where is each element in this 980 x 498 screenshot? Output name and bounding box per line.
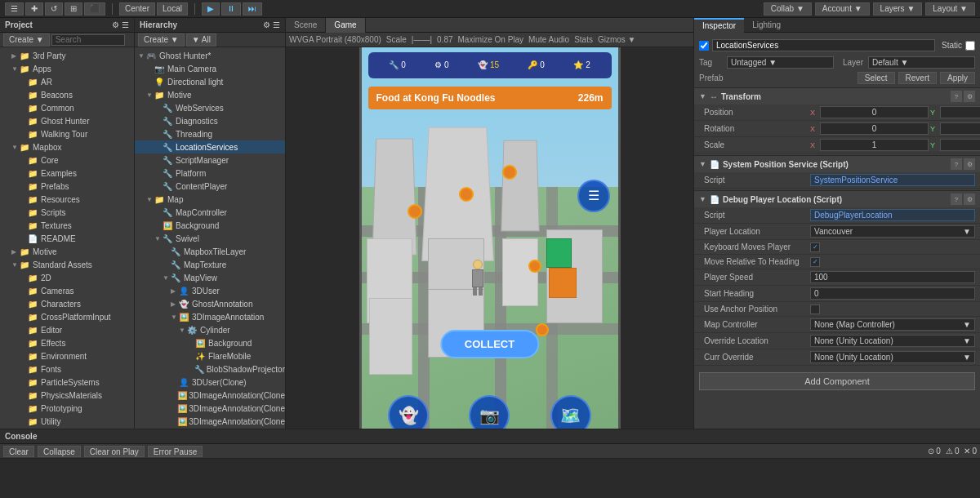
hierarchy-tree-item[interactable]: 🖼️Background bbox=[135, 219, 285, 232]
hierarchy-tree-item[interactable]: ▼📁Map bbox=[135, 193, 285, 206]
project-tree-item[interactable]: 📁Beacons bbox=[0, 88, 134, 101]
scale-x-input[interactable] bbox=[820, 139, 929, 151]
collab-btn[interactable]: Collab ▼ bbox=[764, 2, 812, 16]
hierarchy-tree-item[interactable]: ✨FlareMobile bbox=[135, 349, 285, 362]
project-tree-item[interactable]: 📁PhysicsMaterials bbox=[0, 389, 134, 402]
hierarchy-tree-item[interactable]: 🔧Diagnostics bbox=[135, 114, 285, 127]
map-ctrl-dropdown[interactable]: None (Map Controller) ▼ bbox=[810, 318, 975, 331]
project-tree-item[interactable]: 📁Scripts bbox=[0, 206, 134, 219]
static-checkbox[interactable] bbox=[965, 41, 975, 51]
apply-btn[interactable]: Apply bbox=[940, 72, 975, 84]
scale-y-input[interactable] bbox=[940, 139, 980, 151]
rot-x-input[interactable] bbox=[820, 122, 929, 135]
project-tree-item[interactable]: 📁Effects bbox=[0, 336, 134, 349]
debug-help[interactable]: ? bbox=[951, 193, 962, 205]
play-btn[interactable]: ▶ bbox=[202, 2, 220, 16]
project-tree-item[interactable]: 📁CrossPlatformInput bbox=[0, 310, 134, 323]
stats-btn[interactable]: Stats bbox=[574, 35, 593, 44]
project-tree-item[interactable]: 📁Editor bbox=[0, 323, 134, 336]
local-btn[interactable]: Local bbox=[157, 2, 188, 16]
hierarchy-tree-item[interactable]: ▼⚙️Cylinder bbox=[135, 323, 285, 336]
select-btn[interactable]: Select bbox=[858, 72, 895, 84]
lighting-tab[interactable]: Lighting bbox=[744, 18, 789, 33]
transform-settings-btn[interactable]: ⚙ bbox=[964, 91, 975, 102]
project-tree-item[interactable]: 📁Utility bbox=[0, 415, 134, 428]
hierarchy-tree-item[interactable]: 🔧ScriptManager bbox=[135, 153, 285, 167]
curr-override-dropdown[interactable]: None (Unity Location) ▼ bbox=[810, 351, 975, 363]
debug-settings[interactable]: ⚙ bbox=[964, 193, 975, 205]
start-heading-input[interactable] bbox=[810, 287, 975, 300]
project-create-btn[interactable]: Create ▼ bbox=[3, 33, 50, 47]
heading-checkbox[interactable]: ✓ bbox=[810, 257, 820, 267]
hierarchy-tree-item[interactable]: ▼🔧Swivel bbox=[135, 232, 285, 245]
hierarchy-tree-item[interactable]: 🔧Platform bbox=[135, 167, 285, 180]
pause-btn[interactable]: ⏸ bbox=[221, 2, 241, 16]
layout-btn[interactable]: Layout ▼ bbox=[925, 2, 975, 16]
project-tree-item[interactable]: 📁Characters bbox=[0, 297, 134, 310]
keyboard-checkbox[interactable]: ✓ bbox=[810, 242, 820, 252]
hierarchy-tree-item[interactable]: 💡Directional light bbox=[135, 75, 285, 88]
collapse-btn[interactable]: Collapse bbox=[38, 446, 81, 457]
hierarchy-tree-item[interactable]: 🔧MapboxTileLayer bbox=[135, 245, 285, 258]
revert-btn[interactable]: Revert bbox=[898, 72, 937, 84]
sys-pos-help[interactable]: ? bbox=[951, 158, 962, 170]
project-tree-item[interactable]: ▼📁Standard Assets bbox=[0, 258, 134, 271]
hierarchy-tree-item[interactable]: 🔧WebServices bbox=[135, 101, 285, 114]
project-tree-item[interactable]: 📁Textures bbox=[0, 219, 134, 232]
project-tree-item[interactable]: 📁AR bbox=[0, 75, 134, 88]
project-tree-item[interactable]: 📁ParticleSystems bbox=[0, 376, 134, 389]
hierarchy-tree-item[interactable]: ▼📁Motive bbox=[135, 88, 285, 101]
hierarchy-tree-item[interactable]: 🖼️3DImageAnnotation(Clone bbox=[135, 402, 285, 415]
grid-btn[interactable]: ⊞ bbox=[65, 2, 82, 16]
tag-dropdown[interactable]: Untagged ▼ bbox=[727, 56, 834, 69]
hierarchy-tree-item[interactable]: 🔧BlobShadowProjector bbox=[135, 362, 285, 376]
hierarchy-tree-item[interactable]: 🖼️3DImageAnnotation(Clone bbox=[135, 415, 285, 428]
sys-pos-header[interactable]: ▼ 📄 System Position Service (Script) ? ⚙ bbox=[694, 156, 980, 172]
project-tree-item[interactable]: ▶📁3rd Party bbox=[0, 49, 134, 62]
game-tab[interactable]: Game bbox=[326, 18, 365, 33]
hierarchy-tree-item[interactable]: 📷Main Camera bbox=[135, 62, 285, 75]
scene-tab[interactable]: Scene bbox=[286, 18, 326, 33]
project-tree-item[interactable]: ▶📁Motive bbox=[0, 245, 134, 258]
override-dropdown[interactable]: None (Unity Location) ▼ bbox=[810, 335, 975, 347]
project-tree-item[interactable]: 📁Prototyping bbox=[0, 402, 134, 415]
hierarchy-tree-item[interactable]: ▼🎮Ghost Hunter* bbox=[135, 49, 285, 62]
player-location-dropdown[interactable]: Vancouver ▼ bbox=[810, 225, 975, 238]
sys-pos-settings[interactable]: ⚙ bbox=[964, 158, 975, 170]
project-tree-item[interactable]: 📁Core bbox=[0, 153, 134, 167]
add-component-btn[interactable]: Add Component bbox=[699, 372, 975, 390]
project-tree-item[interactable]: 📄README bbox=[0, 232, 134, 245]
hierarchy-tree-item[interactable]: ▶👤3DUser bbox=[135, 284, 285, 297]
pos-y-input[interactable] bbox=[940, 106, 980, 118]
hierarchy-tree-item[interactable]: 🖼️Background bbox=[135, 336, 285, 349]
hierarchy-tree-item[interactable]: 🖼️3DImageAnnotation(Clone bbox=[135, 389, 285, 402]
hierarchy-tree-item[interactable]: 🔧MapTexture bbox=[135, 258, 285, 271]
pos-x-input[interactable] bbox=[820, 106, 929, 118]
inspector-tab[interactable]: Inspector bbox=[694, 18, 744, 33]
project-tree-item[interactable]: 📁Cameras bbox=[0, 284, 134, 297]
hierarchy-create-btn[interactable]: Create ▼ bbox=[138, 33, 185, 47]
project-tree-item[interactable]: 📁Fonts bbox=[0, 362, 134, 376]
rot-y-input[interactable] bbox=[940, 122, 980, 135]
anchor-checkbox[interactable] bbox=[810, 305, 820, 314]
clear-on-play-btn[interactable]: Clear on Play bbox=[84, 446, 145, 457]
account-btn[interactable]: Account ▼ bbox=[815, 2, 870, 16]
add-btn[interactable]: ✚ bbox=[25, 2, 43, 16]
project-tree-item[interactable]: 📁2D bbox=[0, 271, 134, 284]
error-pause-btn[interactable]: Error Pause bbox=[148, 446, 203, 457]
hierarchy-tree-item[interactable]: ▶👻GhostAnnotation bbox=[135, 297, 285, 310]
hierarchy-tree-item[interactable]: 👤3DUser(Clone) bbox=[135, 376, 285, 389]
gizmos-btn[interactable]: Gizmos ▼ bbox=[598, 35, 636, 44]
project-tree-item[interactable]: 📁Resources bbox=[0, 193, 134, 206]
hierarchy-tree-item[interactable]: ▼🖼️3DImageAnnotation bbox=[135, 310, 285, 323]
hierarchy-tree-item[interactable]: 🔧ContentPlayer bbox=[135, 180, 285, 193]
project-tree-item[interactable]: ▼📁Apps bbox=[0, 62, 134, 75]
project-tree-item[interactable]: 📁Environment bbox=[0, 349, 134, 362]
mute-audio[interactable]: Mute Audio bbox=[528, 35, 569, 44]
transform-help-btn[interactable]: ? bbox=[951, 91, 962, 102]
project-tree-item[interactable]: 📁Walking Tour bbox=[0, 127, 134, 140]
hierarchy-tree-item[interactable]: 🔧LocationServices bbox=[135, 140, 285, 153]
undo-btn[interactable]: ↺ bbox=[45, 2, 63, 16]
unknown-btn[interactable]: ⬛ bbox=[84, 2, 105, 16]
hierarchy-tree-item[interactable]: ▼🔧MapView bbox=[135, 271, 285, 284]
